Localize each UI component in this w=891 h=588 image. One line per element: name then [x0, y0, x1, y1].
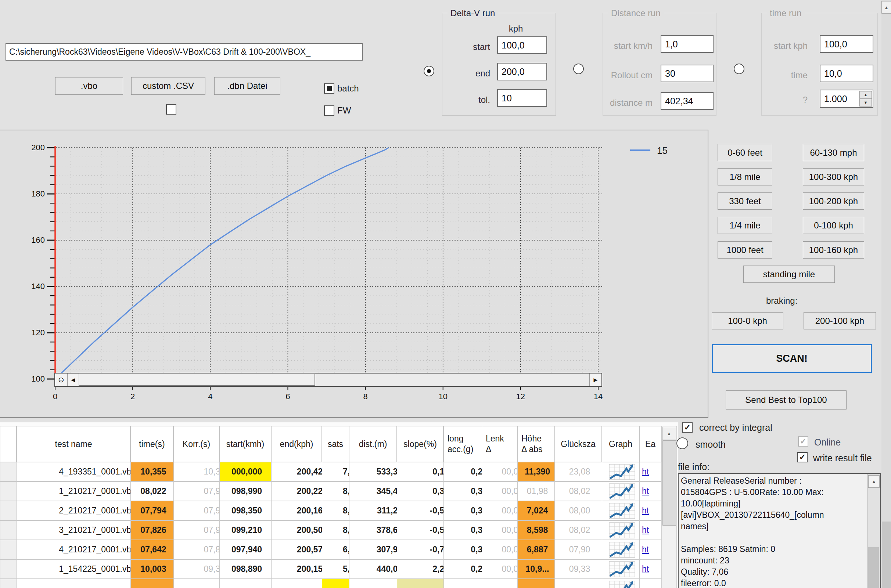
- column-header-hoehe[interactable]: Höhe Δ abs: [517, 426, 558, 462]
- cell-test: [17, 579, 141, 588]
- braking-button-200-100-kph[interactable]: 200-100 kph: [804, 312, 876, 330]
- zoom-out-icon[interactable]: ⊖: [55, 374, 68, 386]
- cell-time: 10,355: [131, 462, 176, 482]
- scan-button[interactable]: SCAN!: [712, 344, 872, 373]
- file-info-line-3: [avi]VBOX_20130722115640_[column: [681, 509, 865, 521]
- range-button-1-4-mile[interactable]: 1/4 mile: [718, 217, 772, 234]
- csv-option-checkbox[interactable]: [166, 104, 176, 115]
- delta-v-run-radio[interactable]: [424, 66, 434, 76]
- online-checkbox[interactable]: ✓: [798, 436, 808, 447]
- column-header-acc[interactable]: long acc.(g): [443, 426, 485, 462]
- delta-v-start-value: 100,0: [502, 40, 525, 51]
- cell-test: 4_193351_0001.vbo: [17, 462, 141, 482]
- range-button-60-130-mph[interactable]: 60-130 mph: [803, 144, 864, 161]
- graph-cell[interactable]: [602, 560, 642, 579]
- column-header-sats[interactable]: sats: [322, 426, 349, 462]
- distance-run-radio[interactable]: [573, 63, 584, 74]
- file-info-scrollbar-thumb[interactable]: [868, 547, 879, 588]
- column-header-dist[interactable]: dist.(m): [349, 426, 397, 462]
- dbn-datei-button[interactable]: .dbn Datei: [214, 77, 280, 95]
- delta-v-start-input[interactable]: 100,0: [497, 36, 547, 54]
- spin-up-icon[interactable]: ▲: [859, 91, 872, 99]
- time-time-label: time: [765, 70, 808, 80]
- column-header-graph[interactable]: Graph: [602, 426, 639, 462]
- delta-v-tol-label: tol.: [446, 95, 490, 105]
- column-header-time[interactable]: time(s): [131, 426, 173, 462]
- custom-csv-button[interactable]: custom .CSV: [131, 77, 205, 95]
- btn-label: 100-300 kph: [809, 172, 858, 182]
- scroll-left-icon[interactable]: ◀: [68, 374, 79, 386]
- file-info-label: file info:: [678, 462, 709, 472]
- range-button-1-8-mile[interactable]: 1/8 mile: [718, 168, 772, 186]
- time-start-kph-input[interactable]: 100,0: [820, 35, 873, 53]
- delta-v-run-group-title: Delta-V run: [448, 8, 498, 18]
- column-header-end[interactable]: end(kph): [271, 426, 322, 462]
- table-scrollbar-thumb[interactable]: [663, 440, 676, 526]
- file-info-scrollbar[interactable]: ▲: [867, 474, 880, 588]
- vbo-button[interactable]: .vbo: [55, 77, 123, 95]
- file-info-box[interactable]: General ReleaseSerial number :015804GPS …: [678, 473, 881, 588]
- range-button-0-60-feet[interactable]: 0-60 feet: [718, 144, 772, 161]
- column-header-blank[interactable]: [0, 426, 17, 462]
- table-vertical-scrollbar[interactable]: ▲: [661, 426, 677, 588]
- time-run-radio[interactable]: [734, 63, 744, 74]
- graph-cell[interactable]: [602, 579, 642, 588]
- column-header-glueck[interactable]: Glücksza: [554, 426, 602, 462]
- file-info-scrollbar-up-icon[interactable]: ▲: [868, 475, 880, 488]
- cell-test: 1_210217_0001.vbo: [17, 482, 141, 501]
- braking-button-100-0-kph[interactable]: 100-0 kph: [712, 312, 783, 330]
- graph-cell[interactable]: [602, 520, 642, 540]
- range-button-1000-feet[interactable]: 1000 feet: [718, 241, 772, 258]
- range-button-100-200-kph[interactable]: 100-200 kph: [803, 192, 864, 210]
- column-header-korr[interactable]: Korr.(s): [173, 426, 219, 462]
- write-result-file-checkbox[interactable]: ✓: [797, 452, 808, 462]
- column-header-test[interactable]: test name: [17, 426, 131, 462]
- column-header-start[interactable]: start(kmh): [219, 426, 271, 462]
- graph-cell[interactable]: [602, 501, 642, 520]
- time-factor-spin-buttons: ▲ ▼: [859, 91, 872, 106]
- y-tick-label-160: 160: [26, 236, 45, 245]
- delta-v-tol-input[interactable]: 10: [497, 89, 547, 107]
- batch-checkbox[interactable]: [324, 83, 334, 94]
- check-icon-gray: ✓: [800, 437, 807, 446]
- y-tick-label-100: 100: [26, 374, 45, 384]
- window-vertical-scrollbar[interactable]: ▲: [882, 0, 891, 588]
- graph-cell[interactable]: [602, 540, 642, 560]
- distance-rollout-input[interactable]: 30: [661, 64, 714, 82]
- scrollbar-up-icon[interactable]: ▲: [882, 1, 891, 14]
- column-header-ea[interactable]: Ea: [639, 426, 661, 462]
- correct-by-integral-checkbox[interactable]: ✓: [682, 422, 693, 433]
- fw-checkbox[interactable]: [324, 105, 334, 116]
- table-scrollbar-up-icon[interactable]: ▲: [662, 427, 676, 440]
- column-header-slope[interactable]: slope(%): [397, 426, 443, 462]
- series-line-15: [55, 148, 389, 379]
- chart-scrollbar-thumb[interactable]: [79, 374, 315, 386]
- window-scrollbar-thumb[interactable]: [882, 522, 891, 588]
- scroll-right-icon[interactable]: ▶: [589, 374, 601, 386]
- graph-cell[interactable]: [602, 482, 642, 501]
- range-button-standing-mile[interactable]: standing mile: [743, 266, 835, 283]
- custom-csv-button-label: custom .CSV: [143, 81, 194, 91]
- column-header-lenk[interactable]: Lenk Δ: [482, 426, 521, 462]
- time-time-input[interactable]: 10,0: [820, 64, 873, 82]
- delta-v-end-input[interactable]: 200,0: [497, 63, 547, 80]
- range-button-100-160-kph[interactable]: 100-160 kph: [803, 241, 864, 258]
- distance-m-label: distance m: [603, 98, 652, 108]
- cell-hoehe: 6,887: [517, 540, 557, 560]
- spin-down-icon[interactable]: ▼: [859, 99, 872, 106]
- chart-scrollbar-track[interactable]: [315, 374, 589, 386]
- range-button-100-300-kph[interactable]: 100-300 kph: [803, 168, 864, 186]
- send-best-to-top100-button[interactable]: Send Best to Top100: [726, 390, 846, 410]
- distance-m-input[interactable]: 402,34: [661, 92, 714, 110]
- range-button-0-100-kph[interactable]: 0-100 kph: [803, 217, 864, 234]
- chart-horizontal-scrollbar[interactable]: ⊖ ◀ ▶: [54, 373, 602, 387]
- file-path-input[interactable]: C:\sicherung\Rock63\Videos\Eigene Videos…: [6, 43, 363, 61]
- cell-glueck: 09,33: [554, 560, 605, 579]
- range-button-330-feet[interactable]: 330 feet: [718, 192, 772, 210]
- file-info-line-1: 015804GPS : U-5.00Rate: 10.00 Max:: [681, 487, 865, 498]
- smooth-radio[interactable]: [676, 437, 688, 449]
- distance-start-input[interactable]: 1,0: [661, 35, 714, 53]
- graph-cell[interactable]: [602, 462, 642, 482]
- time-factor-spinner[interactable]: 1.000 ▲ ▼: [820, 90, 873, 108]
- x-tick-label-2: 2: [125, 392, 140, 401]
